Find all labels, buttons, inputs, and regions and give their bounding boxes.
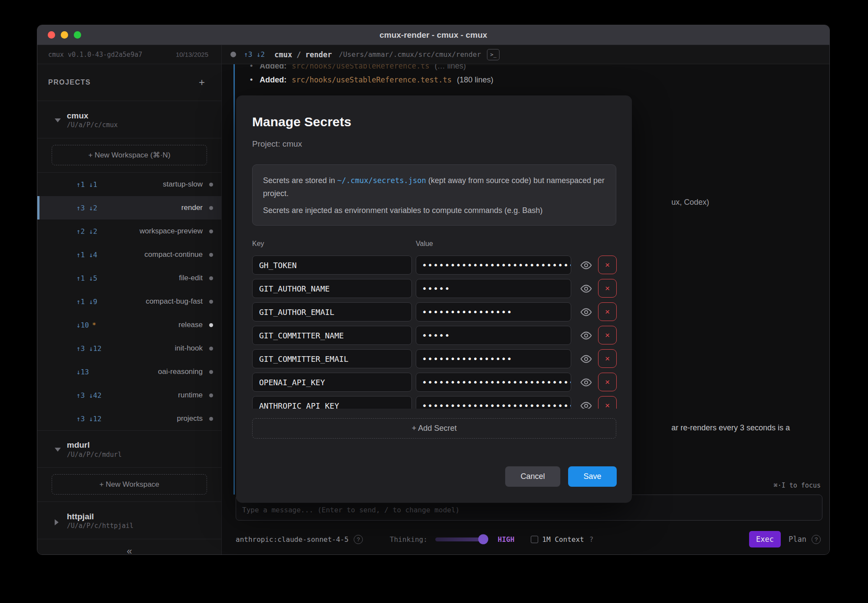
- secrets-file-path: ~/.cmux/secrets.json: [337, 176, 426, 185]
- eye-icon[interactable]: [580, 400, 592, 409]
- value-column-header: Value: [416, 240, 433, 248]
- sidebar-item-workspace-preview[interactable]: ↑2 ↓2 workspace-preview: [37, 220, 221, 243]
- sidebar-item-file-edit[interactable]: ↑1 ↓5 file-edit: [37, 266, 221, 290]
- eye-icon[interactable]: [580, 330, 592, 341]
- minimize-window-button[interactable]: [61, 31, 68, 39]
- secret-key-input[interactable]: [252, 302, 412, 321]
- sidebar-item-init-hook[interactable]: ↑3 ↓12 init-hook: [37, 337, 221, 360]
- secret-value-input[interactable]: •••••: [416, 279, 571, 298]
- file-path-link[interactable]: src/hooks/useStableReference.test.ts: [292, 75, 451, 84]
- eye-icon[interactable]: [580, 353, 592, 365]
- remove-secret-button[interactable]: ×: [598, 279, 617, 298]
- sidebar-item-release[interactable]: ↓10 * release: [37, 313, 221, 337]
- sidebar-item-render[interactable]: ↑3 ↓2 render: [37, 196, 221, 220]
- workspace-name: file-edit: [179, 274, 203, 282]
- remove-secret-button[interactable]: ×: [598, 349, 617, 368]
- remove-secret-button[interactable]: ×: [598, 256, 617, 274]
- secret-key-input[interactable]: [252, 396, 412, 409]
- dialog-title: Manage Secrets: [252, 115, 351, 129]
- focus-shortcut-hint: ⌘·I to focus: [774, 482, 821, 489]
- thinking-slider[interactable]: [435, 537, 487, 541]
- cancel-button[interactable]: Cancel: [505, 466, 560, 487]
- eye-icon[interactable]: [580, 283, 592, 295]
- dialog-project-label: Project: cmux: [252, 139, 302, 149]
- workspace-git-stats: ↑1 ↓5: [76, 274, 97, 282]
- secret-row: •••••••••••••••••••••••••••••• ×: [236, 373, 632, 392]
- window-title: cmux-render - cmux - cmux: [37, 30, 829, 40]
- selected-indicator: [37, 196, 39, 220]
- terminal-icon[interactable]: >_: [487, 49, 500, 60]
- model-help-icon[interactable]: ?: [354, 535, 363, 544]
- workspace-dirty-star: *: [92, 321, 96, 329]
- sidebar-item-compact-bug-fast[interactable]: ↑1 ↓9 compact-bug-fast: [37, 290, 221, 313]
- sidebar-project-mdurl[interactable]: mdurl /U/a/P/c/mdurl: [37, 430, 221, 468]
- mode-help-icon[interactable]: ?: [812, 535, 821, 544]
- add-secret-button[interactable]: + Add Secret: [252, 418, 616, 439]
- workspace-name: render: [181, 203, 203, 212]
- secret-key-input[interactable]: [252, 349, 412, 368]
- chevron-down-icon[interactable]: [55, 448, 61, 452]
- eye-icon[interactable]: [580, 377, 592, 388]
- workspace-git-stats: ↓10: [76, 321, 89, 329]
- secret-value-input[interactable]: ••••••••••••••••: [416, 302, 571, 321]
- zoom-window-button[interactable]: [74, 31, 81, 39]
- slider-knob[interactable]: [478, 534, 488, 544]
- secret-key-input[interactable]: [252, 326, 412, 345]
- secret-value-input[interactable]: ••••••••••••••••: [416, 349, 571, 368]
- project-name: cmux: [67, 110, 118, 121]
- secret-value-input[interactable]: ••••••••••••••••••••••••••••••: [416, 396, 571, 409]
- workspace-status-dot: [209, 253, 213, 257]
- save-button[interactable]: Save: [568, 466, 617, 487]
- sidebar-item-projects[interactable]: ↑3 ↓12 projects: [37, 407, 221, 430]
- remove-secret-button[interactable]: ×: [598, 373, 617, 391]
- sidebar-project-cmux[interactable]: cmux /U/a/P/c/cmux: [37, 101, 221, 138]
- new-workspace-button[interactable]: + New Workspace (⌘·N): [52, 145, 207, 165]
- context-1m-label: 1M Context: [542, 535, 584, 544]
- add-project-icon[interactable]: +: [199, 76, 205, 88]
- sidebar-item-runtime[interactable]: ↑3 ↓42 runtime: [37, 383, 221, 407]
- secret-key-input[interactable]: [252, 256, 412, 275]
- added-file-line: • Added: src/hooks/useStableReference.te…: [250, 75, 493, 85]
- new-workspace-button[interactable]: + New Workspace: [52, 474, 207, 495]
- workspace-git-stats: ↑1 ↓1: [76, 180, 97, 189]
- secret-row: •••••••••••••••••••••••••••••• ×: [236, 396, 632, 409]
- remove-secret-button[interactable]: ×: [598, 302, 617, 321]
- workspace-name: workspace-preview: [140, 227, 203, 236]
- secret-value-input[interactable]: ••••••••••••••••••••••••••••••: [416, 373, 571, 392]
- manage-secrets-dialog: Manage Secrets Project: cmux Secrets are…: [236, 95, 632, 503]
- model-name[interactable]: anthropic:claude-sonnet-4-5: [236, 535, 349, 544]
- workspace-name: runtime: [178, 391, 203, 400]
- sidebar-project-httpjail[interactable]: httpjail /U/a/P/c/httpjail: [37, 502, 221, 539]
- workspace-status-dot: [209, 276, 213, 280]
- breadcrumb-workspace[interactable]: render: [305, 50, 332, 59]
- breadcrumb-project[interactable]: cmux: [274, 50, 292, 59]
- secret-key-input[interactable]: [252, 373, 412, 392]
- eye-icon[interactable]: [580, 306, 592, 318]
- close-window-button[interactable]: [48, 31, 55, 39]
- workspace-name: projects: [177, 414, 203, 423]
- secret-key-input[interactable]: [252, 279, 412, 298]
- remove-secret-button[interactable]: ×: [598, 396, 617, 409]
- collapse-sidebar-icon[interactable]: «: [127, 546, 132, 555]
- exec-mode-button[interactable]: Exec: [749, 531, 781, 547]
- context-1m-checkbox[interactable]: [531, 536, 538, 543]
- chevron-right-icon[interactable]: [55, 519, 59, 525]
- workspace-status-dot: [209, 323, 213, 327]
- workspace-git-stats: ↑3 ↓42: [76, 391, 102, 400]
- workspace-name: compact-continue: [145, 250, 203, 259]
- workspace-git-stats: ↑3 ↓12: [76, 344, 102, 353]
- remove-secret-button[interactable]: ×: [598, 326, 617, 344]
- context-help-icon[interactable]: ?: [589, 535, 594, 544]
- sidebar-item-oai-reasoning[interactable]: ↓13 oai-reasoning: [37, 360, 221, 383]
- chevron-down-icon[interactable]: [55, 118, 61, 122]
- added-file-line-clipped: • Added: src/hooks/useStableReference.ts…: [250, 64, 466, 71]
- sidebar-item-compact-continue[interactable]: ↑1 ↓4 compact-continue: [37, 243, 221, 266]
- plan-mode-button[interactable]: Plan: [789, 535, 806, 544]
- workspace-name: release: [178, 321, 203, 329]
- sidebar-item-startup-slow[interactable]: ↑1 ↓1 startup-slow: [37, 173, 221, 196]
- secret-value-input[interactable]: ••••••••••••••••••••••••••••••: [416, 256, 571, 275]
- secret-value-input[interactable]: •••••: [416, 326, 571, 345]
- workspace-path: /Users/ammar/.cmux/src/cmux/render: [339, 50, 481, 59]
- app-window: cmux-render - cmux - cmux cmux v0.1.0-43…: [37, 25, 830, 555]
- eye-icon[interactable]: [580, 259, 592, 271]
